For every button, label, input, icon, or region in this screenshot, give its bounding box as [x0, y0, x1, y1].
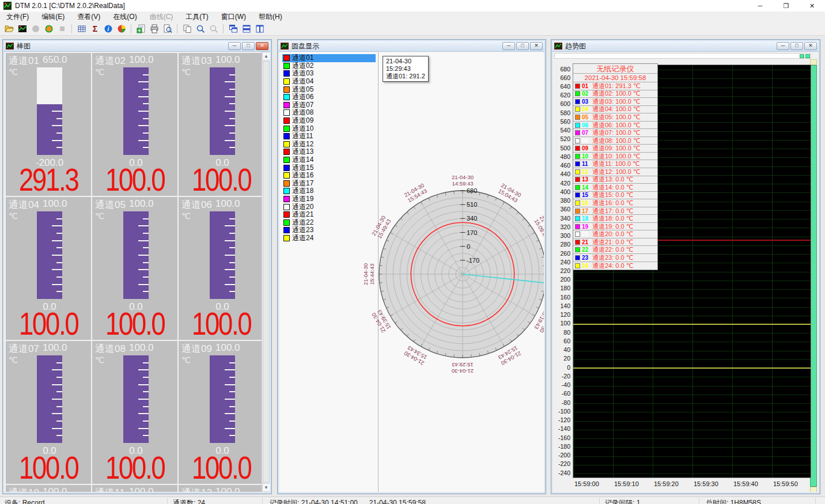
channel-color-swatch: [283, 86, 290, 93]
print-preview-icon[interactable]: [161, 23, 174, 35]
realtime-chart-icon[interactable]: [16, 23, 29, 35]
channel-color-swatch: [283, 227, 290, 233]
bar-tick: [229, 247, 235, 248]
grid-line-h: [573, 272, 811, 272]
zoom-icon[interactable]: [194, 23, 207, 35]
trend-window-titlebar[interactable]: 趋势图 ─ □ ✕: [552, 41, 819, 52]
disc-maximize-button[interactable]: □: [516, 42, 529, 50]
menu-v[interactable]: 查看(V): [71, 12, 107, 22]
print-icon[interactable]: [147, 23, 161, 35]
bar-scrollbar[interactable]: ▲ ▼: [262, 52, 270, 492]
y-axis-label: 120: [553, 312, 570, 318]
stop-icon: [55, 23, 69, 35]
y-axis-label: 540: [553, 127, 570, 134]
menu-h[interactable]: 帮助(H): [252, 12, 289, 22]
menu-c[interactable]: 曲线(C): [143, 12, 180, 22]
channel-list-item[interactable]: 通道24: [282, 234, 376, 242]
disc-close-button[interactable]: ✕: [530, 42, 543, 50]
legend-channel-number: 11: [582, 161, 591, 167]
pie-chart-icon[interactable]: [115, 23, 128, 35]
channel-color-swatch: [283, 188, 290, 194]
menu-t[interactable]: 工具(T): [179, 12, 214, 22]
cascade-windows-icon[interactable]: [226, 23, 240, 35]
y-axis-label: 100: [553, 320, 570, 327]
legend-channel-number: 20: [582, 231, 591, 237]
open-file-icon[interactable]: [2, 23, 16, 35]
trend-maximize-button[interactable]: □: [790, 42, 803, 50]
record-icon[interactable]: [42, 23, 55, 35]
bar-minimize-button[interactable]: ─: [228, 42, 241, 50]
trend-minimize-button[interactable]: ─: [777, 42, 789, 50]
hscroll-button[interactable]: [805, 54, 810, 58]
bar-tick: [229, 262, 235, 263]
window-title: DTM 2.0.1 [C:\DTM 2.0.2\RealData]: [15, 2, 125, 10]
value-display: 100.0: [100, 305, 169, 340]
hscroll-button[interactable]: [800, 54, 804, 58]
grid-line-v: [692, 65, 693, 478]
bar-gauge-cell: 通道03100.0℃0.0100.0: [179, 53, 264, 196]
disc-minimize-button[interactable]: ─: [502, 42, 515, 50]
legend-channel-number: 23: [582, 255, 591, 261]
svg-text:0: 0: [467, 243, 470, 250]
x-axis-label: 15:59:50: [773, 480, 798, 487]
bar-maximize-button[interactable]: □: [242, 42, 255, 50]
trend-hscrollbar[interactable]: [554, 53, 811, 59]
scroll-down-icon[interactable]: ▼: [262, 483, 270, 492]
scroll-up-icon[interactable]: ▲: [262, 52, 270, 60]
menu-o[interactable]: 在线(O): [107, 12, 143, 22]
bar-tick: [56, 247, 62, 248]
y-axis-label: -200: [553, 452, 570, 458]
svg-text:21-04-30: 21-04-30: [452, 174, 474, 180]
bar-gauge-cell: 通道08100.0℃0.0100.0: [92, 341, 177, 484]
menu-f[interactable]: 文件(F): [0, 12, 35, 22]
bar-tick: [225, 96, 235, 97]
vscroll-down-button[interactable]: [810, 487, 817, 492]
bar-tick: [52, 225, 62, 226]
channel-label: 通道11: [95, 486, 128, 492]
bar-tick: [229, 420, 235, 422]
info-icon[interactable]: i: [101, 23, 115, 35]
legend-channel-number: 14: [582, 184, 591, 191]
legend-channel-number: 12: [582, 169, 591, 175]
value-display: 100.0: [186, 305, 256, 340]
bar-window-titlebar[interactable]: 棒图 ─ □ ✕: [4, 41, 270, 52]
menu-e[interactable]: 编辑(E): [35, 12, 71, 22]
bar-tick: [52, 96, 62, 97]
close-button[interactable]: ✕: [799, 0, 825, 12]
bar-tick: [225, 240, 235, 241]
export-icon[interactable]: [134, 23, 147, 35]
channel-label: 通道04: [9, 198, 41, 211]
bar-scrollbar-thumb[interactable]: [263, 61, 270, 483]
bar-window-title: 棒图: [17, 41, 31, 51]
y-axis-label: 520: [553, 136, 570, 142]
trend-close-button[interactable]: ✕: [804, 42, 817, 50]
legend-channel-number: 04: [582, 106, 591, 112]
bar-tick: [56, 435, 62, 436]
value-display: 100.0: [13, 449, 83, 484]
toolbar-group-4: [179, 23, 221, 35]
bar-tick: [56, 420, 62, 422]
scale-max-value: 650.0: [43, 54, 67, 66]
bar-tick: [56, 118, 62, 119]
y-axis-label: 620: [553, 92, 570, 98]
status-field: 记录间隔: 1: [605, 498, 640, 504]
channel-color-swatch: [283, 55, 290, 61]
svg-text:i: i: [107, 26, 109, 32]
tile-vertical-icon[interactable]: [253, 23, 266, 35]
legend-color-swatch: [575, 185, 580, 190]
disc-window-titlebar[interactable]: 圆盘显示 ─ □ ✕: [279, 41, 544, 52]
trend-window-body: 6806606406206005805605405205004804604404…: [553, 52, 818, 492]
copy-icon[interactable]: [180, 23, 194, 35]
unit-label: ℃: [95, 355, 104, 365]
restore-button[interactable]: ❐: [773, 0, 799, 12]
minimize-button[interactable]: ─: [747, 0, 773, 12]
grid-line-h: [573, 359, 811, 360]
sigma-icon[interactable]: Σ: [88, 23, 101, 35]
channel-list: 通道01通道02通道03通道04通道05通道06通道07通道08通道09通道10…: [282, 54, 376, 242]
status-field: 记录时间: 21-04-30 14:51:00 21-04-30 15:59:5…: [270, 498, 426, 504]
tile-horizontal-icon[interactable]: [240, 23, 253, 35]
bar-close-button[interactable]: ✕: [256, 42, 268, 50]
legend-color-swatch: [575, 209, 580, 214]
data-grid-icon[interactable]: [75, 23, 88, 35]
menu-w[interactable]: 窗口(W): [215, 12, 252, 22]
